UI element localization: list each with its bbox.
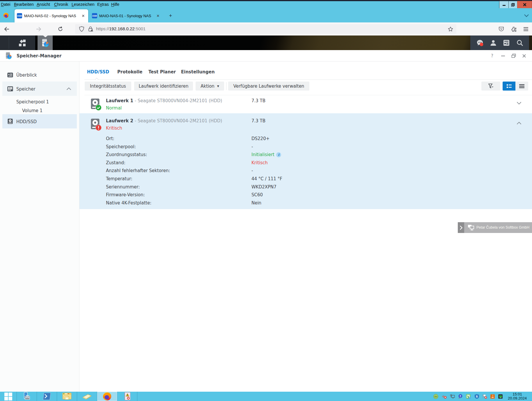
search-icon[interactable] — [516, 39, 523, 46]
url-text: https://192.168.0.22:5001 — [96, 26, 146, 31]
identify-drive-button[interactable]: Laufwerk identifizieren — [134, 82, 193, 91]
sidebar-item-speicherpool-1[interactable]: Speicherpool 1 — [0, 97, 79, 106]
action-dropdown-button[interactable]: Aktion▼ — [196, 82, 224, 91]
tab-maio-nas-01[interactable]: DSM MAIO-NAS-01 - Synology NAS ✕ — [90, 9, 163, 22]
reload-icon — [58, 26, 63, 32]
widgets-icon[interactable] — [503, 39, 510, 46]
lock-warning-icon[interactable] — [87, 24, 94, 34]
dsm-storage-manager-taskbar-button[interactable] — [38, 36, 53, 50]
window-restore-button[interactable] — [508, 1, 517, 8]
taskbar-firefox[interactable] — [97, 392, 117, 401]
taskbar-notebook-app[interactable] — [117, 392, 137, 401]
detail-list-icon — [506, 84, 512, 89]
simple-list-view-button[interactable] — [515, 82, 528, 91]
tracking-shield-icon[interactable] — [78, 24, 85, 34]
pocket-icon[interactable] — [496, 22, 506, 36]
chevron-up-icon[interactable] — [517, 122, 522, 125]
sidebar-item-ueberblick[interactable]: Überblick — [0, 70, 79, 81]
tab-close-icon[interactable]: ✕ — [155, 13, 161, 18]
app-close-button[interactable] — [520, 50, 528, 61]
drive-title: Laufwerk 1 - Seagate ST8000VN004-2M2101 … — [106, 98, 222, 103]
tab-close-icon[interactable]: ✕ — [81, 13, 86, 18]
notebook-error-icon — [123, 392, 131, 401]
back-button[interactable] — [2, 22, 11, 36]
sidebar-item-volume-1[interactable]: Volume 1 — [0, 106, 79, 114]
info-icon[interactable]: i — [276, 152, 281, 157]
tray-action-center-flag-icon[interactable] — [482, 394, 487, 399]
detail-label: Temperatur: — [106, 176, 132, 181]
detail-view-button[interactable] — [503, 82, 515, 91]
detail-label: Seriennummer: — [106, 184, 140, 190]
sidebar-item-speicher[interactable]: Speicher — [2, 82, 77, 96]
tab-protokolle[interactable]: Protokolle — [117, 69, 143, 75]
taskbar-powershell[interactable] — [37, 392, 57, 401]
detail-label: Firmware-Version: — [106, 192, 145, 197]
user-account-icon[interactable] — [490, 39, 497, 46]
sbx-label: sbx — [434, 395, 437, 398]
app-help-button[interactable]: ? — [488, 50, 496, 61]
tray-sbx-icon[interactable]: sbx — [433, 394, 438, 399]
chevron-up-icon[interactable] — [66, 87, 71, 90]
taskbar-file-explorer[interactable] — [57, 392, 77, 401]
hdd-icon — [8, 119, 13, 124]
main-menu-grid-icon — [18, 39, 26, 47]
menu-hilfe[interactable]: Hilfe — [111, 2, 119, 7]
taskbar-documents[interactable] — [77, 392, 97, 401]
clock-date: 20.09.2024 — [505, 396, 530, 400]
clock-time: 15:01 — [505, 392, 530, 396]
extensions-puzzle-icon[interactable] — [509, 22, 519, 36]
active-app-notch — [43, 36, 48, 37]
menu-extras[interactable]: Extras — [97, 2, 109, 7]
sidebar-item-label: Speicherpool 1 — [16, 99, 49, 105]
tray-alert-balloon-icon[interactable] — [458, 394, 463, 399]
manage-available-drives-button[interactable]: Verfügbare Laufwerke verwalten — [228, 82, 309, 91]
drive-row-laufwerk-1[interactable]: Laufwerk 1 - Seagate ST8000VN004-2M2101 … — [79, 95, 532, 113]
tray-shield-s-icon[interactable]: S — [474, 394, 479, 399]
storage-manager-icon — [5, 52, 12, 59]
bookmark-star-icon[interactable] — [446, 24, 455, 34]
tab-maio-nas-02[interactable]: DSM MAIO-NAS-02 - Synology NAS ✕ — [15, 9, 88, 22]
detail-value: 44 °C / 111 °F — [251, 176, 282, 181]
menu-datei[interactable]: Datei — [1, 2, 10, 7]
list-all-tabs-icon[interactable] — [522, 12, 531, 19]
dsm-desktop-topbar — [0, 36, 532, 50]
tab-einstellungen[interactable]: Einstellungen — [181, 69, 215, 75]
drive-row-laufwerk-2-expanded[interactable]: Laufwerk 2 - Seagate ST8000VN004-2M2101 … — [79, 113, 532, 209]
tray-volume-muted-icon[interactable] — [442, 394, 447, 399]
url-bar[interactable]: https://192.168.0.22:5001 — [75, 24, 456, 34]
server-manager-icon — [22, 392, 31, 401]
hamburger-menu-icon[interactable] — [521, 22, 531, 36]
chevron-down-icon[interactable] — [517, 102, 522, 105]
start-button[interactable] — [0, 392, 17, 401]
menu-chronik[interactable]: Chronik — [54, 2, 68, 7]
new-tab-button[interactable]: + — [167, 13, 174, 19]
notifications-chat-icon[interactable] — [476, 39, 483, 46]
window-close-button[interactable] — [517, 1, 532, 8]
menu-lesezeichen[interactable]: Lesezeichen — [72, 2, 95, 7]
detail-value: - — [251, 144, 253, 149]
menu-bearbeiten[interactable]: Bearbeiten — [14, 2, 34, 7]
app-minimize-button[interactable] — [499, 50, 507, 61]
tray-java-update-icon[interactable] — [490, 394, 495, 399]
tab-hdd-ssd[interactable]: HDD/SSD — [87, 69, 109, 75]
detail-label: Native 4K-Festplatte: — [106, 200, 151, 206]
menu-ansicht[interactable]: Ansicht — [37, 2, 50, 7]
window-minimize-button[interactable] — [499, 1, 509, 8]
app-restore-button[interactable] — [510, 50, 517, 61]
status-critical-badge — [95, 125, 102, 131]
tray-network-icon[interactable] — [450, 394, 455, 399]
sidebar-item-hdd-ssd[interactable]: HDD/SSD — [2, 114, 77, 128]
taskbar-clock[interactable]: 15:01 20.09.2024 — [505, 392, 530, 400]
health-status-button[interactable]: Integritätsstatus — [85, 82, 131, 91]
forward-button[interactable] — [34, 22, 43, 36]
tray-display-icon[interactable] — [498, 394, 503, 399]
reload-button[interactable] — [56, 22, 65, 36]
teamviewer-panel[interactable]: Petar Čubela von Softbox GmbH — [458, 222, 532, 233]
filter-button[interactable] — [481, 82, 500, 91]
taskbar-server-manager[interactable] — [17, 392, 37, 401]
dsm-main-menu-button[interactable] — [0, 36, 35, 50]
back-arrow-icon — [4, 27, 10, 32]
tray-vpn-icon[interactable]: ? — [466, 394, 471, 399]
tab-test-planer[interactable]: Test Planer — [148, 69, 176, 75]
teamviewer-expand-button[interactable] — [458, 222, 464, 233]
